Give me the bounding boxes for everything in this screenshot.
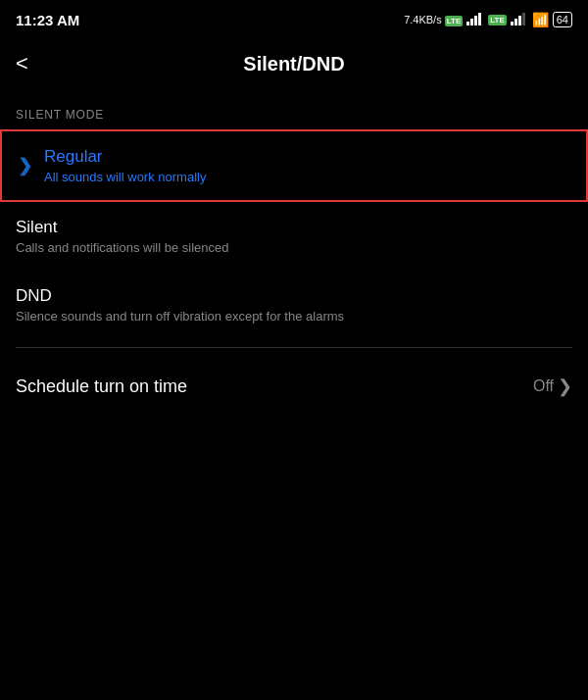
battery-icon: 64 bbox=[553, 12, 572, 27]
wifi-icon: 📶 bbox=[532, 12, 549, 27]
schedule-off-text: Off bbox=[533, 377, 554, 395]
status-bar: 11:23 AM 7.4KB/s LTE LTE 📶 64 bbox=[0, 0, 588, 35]
network-speed: 7.4KB/s LTE bbox=[404, 14, 463, 25]
back-button[interactable]: < bbox=[16, 47, 36, 80]
svg-rect-2 bbox=[474, 16, 477, 25]
mode-title-silent: Silent bbox=[16, 218, 572, 237]
svg-rect-0 bbox=[466, 22, 469, 25]
signal-bars-1 bbox=[466, 12, 484, 27]
mode-item-silent[interactable]: Silent Calls and notifications will be s… bbox=[0, 202, 588, 271]
header: < Silent/DND bbox=[0, 35, 588, 92]
svg-rect-4 bbox=[511, 22, 514, 25]
schedule-chevron-icon: ❯ bbox=[558, 375, 572, 397]
signal-bars-2 bbox=[511, 12, 528, 27]
mode-desc-silent: Calls and notifications will be silenced bbox=[16, 240, 572, 255]
lte-badge2: LTE bbox=[488, 15, 507, 25]
svg-rect-6 bbox=[518, 16, 521, 25]
mode-desc-dnd: Silence sounds and turn off vibration ex… bbox=[16, 309, 572, 324]
mode-content-regular: Regular All sounds will work normally bbox=[44, 147, 570, 184]
mode-content-silent: Silent Calls and notifications will be s… bbox=[16, 218, 572, 255]
chevron-right-icon: ❯ bbox=[18, 155, 32, 176]
schedule-label: Schedule turn on time bbox=[16, 376, 187, 397]
svg-rect-5 bbox=[514, 19, 517, 25]
svg-rect-7 bbox=[522, 13, 525, 25]
mode-desc-regular: All sounds will work normally bbox=[44, 170, 570, 184]
section-label-silent-mode: SILENT MODE bbox=[0, 92, 588, 129]
mode-item-regular[interactable]: ❯ Regular All sounds will work normally bbox=[0, 129, 588, 202]
mode-title-regular: Regular bbox=[44, 147, 570, 167]
mode-content-dnd: DND Silence sounds and turn off vibratio… bbox=[16, 286, 572, 324]
schedule-item[interactable]: Schedule turn on time Off ❯ bbox=[0, 356, 588, 417]
status-time: 11:23 AM bbox=[16, 12, 79, 28]
schedule-value: Off ❯ bbox=[533, 375, 572, 397]
status-right: 7.4KB/s LTE LTE 📶 64 bbox=[404, 12, 572, 27]
lte-badge1: LTE bbox=[445, 16, 464, 26]
svg-rect-3 bbox=[478, 13, 481, 25]
page-title: Silent/DND bbox=[243, 53, 344, 75]
mode-title-dnd: DND bbox=[16, 286, 572, 306]
svg-rect-1 bbox=[470, 19, 473, 25]
divider bbox=[16, 347, 572, 348]
mode-item-dnd[interactable]: DND Silence sounds and turn off vibratio… bbox=[0, 271, 588, 339]
